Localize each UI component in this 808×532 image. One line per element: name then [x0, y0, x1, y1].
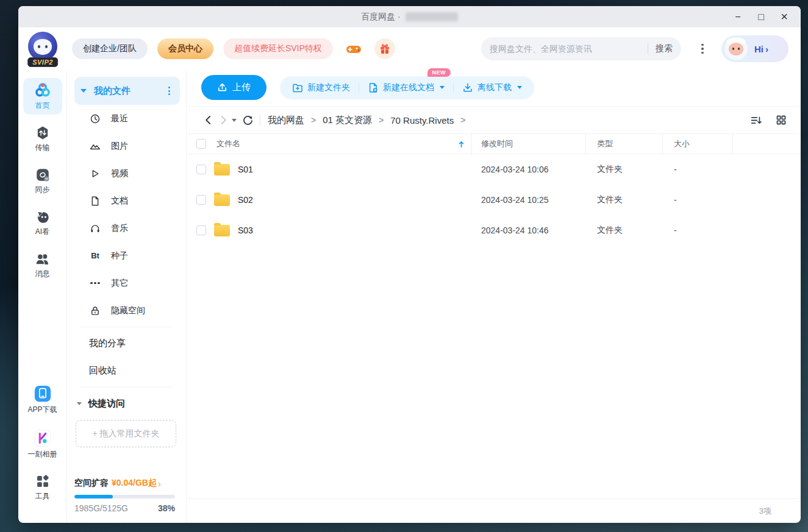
- ellipsis-icon: [89, 282, 101, 285]
- sidebar-item-recent[interactable]: 最近: [74, 105, 180, 132]
- new-online-doc-button[interactable]: NEW 新建在线文档: [359, 76, 453, 99]
- breadcrumb-separator-icon: >: [460, 115, 465, 125]
- chevron-down-icon: [440, 86, 445, 89]
- sidebar-item-documents[interactable]: 文档: [74, 187, 180, 215]
- member-center-button[interactable]: 会员中心: [157, 38, 213, 59]
- sidebar-item-videos[interactable]: 视频: [74, 160, 180, 187]
- table-row[interactable]: S01 2024-03-24 10:06 文件夹 -: [187, 154, 801, 185]
- search-input[interactable]: [490, 44, 640, 54]
- sidebar-item-torrents[interactable]: Bt 种子: [74, 242, 180, 269]
- account-logo[interactable]: SVIP2: [23, 30, 62, 67]
- app-title-text: 百度网盘 ·: [361, 12, 401, 23]
- sidebar-item-music[interactable]: 音乐: [74, 215, 180, 242]
- sidebar-item-pictures[interactable]: 图片: [74, 132, 180, 160]
- file-size: -: [663, 165, 733, 174]
- file-list: S01 2024-03-24 10:06 文件夹 - S02 2024-03-2…: [187, 154, 801, 498]
- sidebar-item-others[interactable]: 其它: [74, 269, 180, 297]
- sync-icon: [35, 167, 51, 183]
- create-team-button[interactable]: 创建企业/团队: [72, 38, 148, 59]
- column-header-name[interactable]: 文件名: [216, 138, 240, 149]
- row-checkbox[interactable]: [196, 195, 206, 205]
- sidebar-item-recycle-bin[interactable]: 回收站: [74, 357, 180, 385]
- sort-ascending-icon[interactable]: [457, 140, 465, 148]
- file-modified-time: 2024-03-24 10:06: [472, 165, 586, 174]
- file-name[interactable]: S02: [238, 195, 253, 205]
- main-content: 上传 新建文件夹 NEW 新建在线文档: [187, 70, 801, 523]
- more-menu-button[interactable]: [695, 38, 710, 59]
- breadcrumb-item-current[interactable]: 70 Rusty.Rivets: [390, 115, 454, 126]
- headphones-icon: [89, 223, 101, 234]
- row-checkbox[interactable]: [196, 225, 206, 235]
- rail-item-photos[interactable]: 一刻相册: [23, 425, 62, 463]
- folder-icon: [214, 225, 230, 236]
- storage-expand-link[interactable]: 空间扩容 ¥0.04/GB起 ›: [74, 478, 175, 489]
- sidebar-item-my-shares[interactable]: 我的分享: [74, 330, 180, 357]
- back-button[interactable]: [201, 113, 216, 127]
- ai-view-icon: [35, 209, 51, 225]
- breadcrumb-item[interactable]: 01 英文资源: [323, 115, 372, 126]
- mountains-icon: [89, 141, 101, 152]
- home-logo-icon: [34, 82, 51, 99]
- sidebar-item-my-files[interactable]: 我的文件: [74, 77, 180, 105]
- quick-access-dropzone[interactable]: + 拖入常用文件夹: [76, 420, 176, 447]
- window-title: 百度网盘 ·: [18, 12, 801, 23]
- sidebar-item-hidden-space[interactable]: 隐藏空间: [74, 297, 180, 324]
- search-divider: [648, 43, 648, 54]
- collapse-triangle-icon: [77, 402, 82, 405]
- rail-item-transfer[interactable]: 传输: [23, 121, 62, 157]
- search-box: 搜索: [481, 37, 681, 60]
- gamepad-icon[interactable]: [345, 40, 362, 57]
- divider: [260, 115, 260, 126]
- upload-icon: [217, 82, 227, 93]
- file-size: -: [663, 195, 733, 205]
- file-type: 文件夹: [586, 164, 663, 175]
- forward-button[interactable]: [216, 113, 231, 127]
- new-folder-button[interactable]: 新建文件夹: [284, 76, 359, 99]
- rail-item-sync[interactable]: 同步: [23, 163, 62, 199]
- divider: [80, 387, 173, 388]
- rail-item-messages[interactable]: 消息: [23, 247, 62, 283]
- history-dropdown-icon[interactable]: [232, 119, 237, 122]
- photos-app-icon: [34, 429, 52, 447]
- sidebar-section-quick-access[interactable]: 快捷访问: [74, 390, 180, 417]
- svip-promo-button[interactable]: 超值续费延长SVIP特权: [223, 38, 333, 59]
- table-row[interactable]: S02 2024-03-24 10:25 文件夹 -: [187, 185, 801, 215]
- column-header-modified[interactable]: 修改时间: [472, 134, 586, 154]
- folder-icon: [214, 194, 230, 206]
- rail-item-home[interactable]: 首页: [23, 78, 62, 115]
- search-button[interactable]: 搜索: [656, 43, 673, 54]
- offline-download-button[interactable]: 离线下载: [454, 76, 531, 99]
- select-all-checkbox[interactable]: [196, 139, 206, 149]
- refresh-button[interactable]: [240, 113, 255, 127]
- nav-rail: 首页 传输 同步 AI看 消息 APP下载: [18, 70, 67, 523]
- chevron-right-icon: ›: [765, 44, 768, 54]
- column-header-type[interactable]: 类型: [586, 134, 663, 154]
- row-checkbox[interactable]: [196, 165, 206, 174]
- rail-item-tools[interactable]: 工具: [23, 470, 62, 505]
- column-header-size[interactable]: 大小: [663, 134, 733, 154]
- greeting-text: Hi: [754, 44, 763, 54]
- upload-button[interactable]: 上传: [201, 75, 266, 100]
- action-toolbar: 上传 新建文件夹 NEW 新建在线文档: [187, 70, 801, 107]
- divider: [80, 327, 173, 327]
- grid-view-icon[interactable]: [774, 113, 788, 127]
- minimize-button[interactable]: −: [729, 9, 747, 25]
- clock-icon: [89, 113, 101, 124]
- user-profile-button[interactable]: Hi›: [721, 35, 788, 62]
- table-row[interactable]: S03 2024-03-24 10:46 文件夹 -: [187, 215, 801, 246]
- maximize-button[interactable]: □: [752, 9, 770, 25]
- gift-icon[interactable]: [374, 38, 395, 59]
- close-button[interactable]: ×: [775, 9, 793, 25]
- rail-item-ai-view[interactable]: AI看: [23, 205, 62, 241]
- rail-item-app-download[interactable]: APP下载: [23, 381, 62, 419]
- play-icon: [89, 168, 101, 179]
- file-name[interactable]: S01: [238, 165, 253, 174]
- folder-icon: [214, 164, 230, 176]
- column-header-spacer: [733, 134, 801, 154]
- file-name[interactable]: S03: [238, 225, 253, 235]
- header: SVIP2 创建企业/团队 会员中心 超值续费延长SVIP特权 搜索 Hi›: [18, 27, 801, 70]
- breadcrumb-item-root[interactable]: 我的网盘: [268, 115, 304, 126]
- my-files-kebab-icon[interactable]: [166, 84, 173, 98]
- sort-list-icon[interactable]: [748, 113, 763, 127]
- chevron-right-icon: ›: [158, 478, 161, 489]
